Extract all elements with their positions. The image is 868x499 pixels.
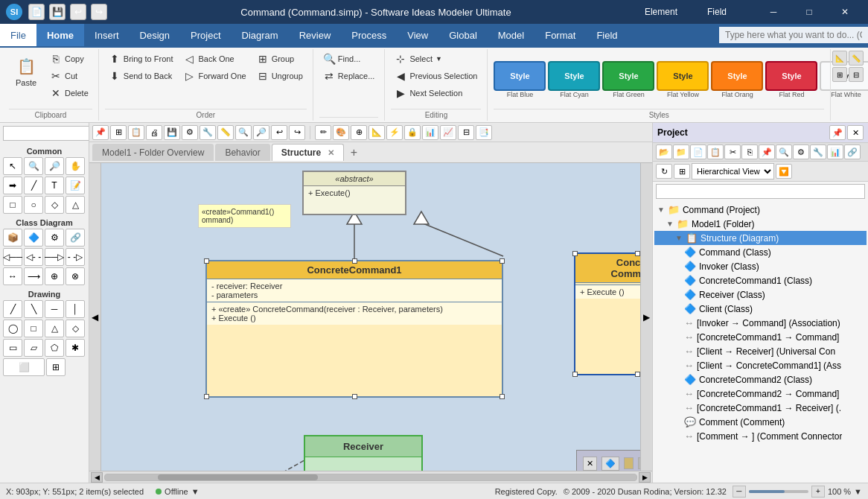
diag-tool-10[interactable]: 🔎 (253, 125, 269, 140)
diag-tool-19[interactable]: 📊 (422, 125, 438, 140)
copy-button[interactable]: ⎘ Copy (46, 51, 92, 67)
tree-structure-diagram[interactable]: ▼ 📋 Structure (Diagram) (654, 231, 867, 245)
offline-dropdown[interactable]: ▼ (191, 487, 200, 496)
class-concrete-command2[interactable]: ConcreteCommand2 + Execute () (574, 252, 640, 375)
style-flat-red[interactable]: Style (765, 61, 817, 91)
element-tab[interactable]: Element (645, 7, 677, 17)
minimize-button[interactable]: ─ (756, 0, 791, 24)
diag-tool-13[interactable]: ✏ (315, 125, 331, 140)
tree-receiver-class[interactable]: 🔷 Receiver (Class) (654, 287, 867, 302)
zoom-plus-btn[interactable]: + (811, 486, 825, 498)
ribbon-tool-4[interactable]: ⊟ (849, 67, 864, 82)
zoom-minus-btn[interactable]: ─ (733, 486, 746, 498)
panel-refresh-btn[interactable]: ↻ (656, 164, 672, 179)
tree-client-cc1-assoc[interactable]: ↔ [Client → ConcreteCommand1] (Ass (654, 358, 867, 372)
style-flat-yellow[interactable]: Style (657, 61, 709, 91)
diag-tool-2[interactable]: ⊞ (110, 125, 127, 140)
class-tool-1[interactable]: 📦 (3, 229, 22, 247)
panel-icon-8[interactable]: 🔍 (776, 144, 792, 159)
ungroup-button[interactable]: ⊟ Ungroup (253, 68, 307, 84)
draw-tool-6[interactable]: □ (24, 320, 43, 337)
scrollbar-thumb[interactable] (158, 474, 317, 480)
diag-tool-21[interactable]: ⊟ (458, 125, 474, 140)
menu-review[interactable]: Review (289, 24, 342, 46)
tree-invoker-command-assoc[interactable]: ↔ [Invoker → Command] (Association) (654, 316, 867, 330)
diag-tool-12[interactable]: ↪ (289, 125, 305, 140)
toolbar-search-input[interactable] (3, 126, 89, 141)
panel-icon-6[interactable]: ⎘ (741, 144, 758, 159)
tab-close-structure[interactable]: ✕ (328, 148, 334, 157)
tool-rect[interactable]: □ (3, 196, 22, 214)
draw-tool-11[interactable]: ⬠ (45, 339, 64, 357)
zoom-dropdown[interactable]: ▼ (854, 487, 862, 496)
abstract-class[interactable]: «abstract» + Execute() (302, 171, 406, 215)
field-popup-icon1[interactable]: 🔷 (601, 457, 619, 471)
draw-tool-3[interactable]: ─ (45, 300, 64, 318)
tree-command-class[interactable]: 🔷 Command (Class) (654, 245, 867, 259)
close-button[interactable]: ✕ (828, 0, 862, 24)
diagram-canvas[interactable]: «abstract» + Execute() «create»Command1(… (101, 163, 640, 471)
menu-process[interactable]: Process (341, 24, 397, 46)
tool-zoom-out[interactable]: 🔎 (45, 157, 64, 175)
handle-tr[interactable] (500, 258, 505, 264)
ribbon-tool-2[interactable]: 📏 (849, 51, 864, 66)
tool-line[interactable]: ╱ (24, 177, 43, 194)
undo-btn[interactable]: ↩ (70, 4, 86, 20)
panel-close-btn[interactable]: ✕ (847, 125, 864, 140)
panel-icon-7[interactable]: 📌 (759, 144, 775, 159)
delete-button[interactable]: ✕ Delete (46, 85, 92, 101)
diag-tool-15[interactable]: ⊕ (351, 125, 367, 140)
panel-icon-5[interactable]: ✂ (724, 144, 741, 159)
tree-comment[interactable]: 💬 Comment (Comment) (654, 415, 867, 429)
class-tool-6[interactable]: ◁- - (24, 248, 43, 266)
class-tool-7[interactable]: ──▷ (45, 248, 64, 266)
diag-tool-5[interactable]: 💾 (164, 125, 180, 140)
diag-tool-18[interactable]: 🔒 (404, 125, 421, 140)
draw-tool-10[interactable]: ▱ (24, 339, 43, 357)
tree-comment-connector[interactable]: ↔ [Comment → ] (Comment Connector (654, 429, 867, 443)
menu-home[interactable]: Home (36, 24, 84, 46)
maximize-button[interactable]: □ (792, 0, 826, 24)
field-color-2[interactable] (638, 457, 640, 469)
tool-arrow[interactable]: ➡ (3, 177, 22, 194)
handle-bm[interactable] (352, 394, 357, 399)
tab-behavior[interactable]: Behavior (215, 144, 269, 161)
tool-text[interactable]: T (45, 177, 64, 194)
draw-tool-13[interactable]: ⊞ (46, 358, 66, 376)
ribbon-tool-3[interactable]: ⊞ (832, 67, 847, 82)
field-color-1[interactable] (624, 457, 634, 469)
panel-expand-btn[interactable]: ⊞ (674, 164, 690, 179)
tree-model1-folder[interactable]: ▼ 📁 Model1 (Folder) (654, 217, 867, 231)
panel-icon-11[interactable]: 📊 (827, 144, 843, 159)
tool-diamond[interactable]: ◇ (45, 196, 64, 214)
tree-cc1-command-assoc[interactable]: ↔ [ConcreteCommand1 → Command] (654, 330, 867, 344)
draw-tool-7[interactable]: △ (45, 320, 64, 337)
scrollbar-left-btn[interactable]: ◀ (91, 472, 103, 483)
group-button[interactable]: ⊞ Group (253, 51, 307, 67)
panel-icon-1[interactable]: 📂 (656, 144, 672, 159)
scrollbar-right-btn[interactable]: ▶ (639, 472, 651, 483)
handle2-tm[interactable] (635, 251, 640, 256)
prev-selection-button[interactable]: ◀ Previous Selection (391, 68, 481, 84)
view-select[interactable]: Hierarchical View Flat View (692, 163, 774, 179)
panel-icon-2[interactable]: 📁 (673, 144, 689, 159)
class-tool-8[interactable]: - -▷ (66, 248, 85, 266)
canvas-scroll-right[interactable]: ▶ (640, 163, 652, 471)
draw-tool-2[interactable]: ╲ (24, 300, 43, 318)
bring-to-front-button[interactable]: ⬆ Bring to Front (105, 51, 177, 67)
panel-filter-btn[interactable]: 🔽 (776, 164, 792, 179)
diag-tool-6[interactable]: ⚙ (182, 125, 198, 140)
draw-tool-5[interactable]: ◯ (3, 320, 22, 337)
tool-note[interactable]: 📝 (66, 177, 85, 194)
toolbar-icon-2[interactable]: 💾 (49, 4, 66, 20)
scrollbar-track[interactable] (104, 474, 637, 481)
class-tool-10[interactable]: ⟶ (24, 267, 43, 285)
diag-tool-9[interactable]: 🔍 (235, 125, 252, 140)
draw-tool-8[interactable]: ◇ (66, 320, 85, 337)
ribbon-tool-1[interactable]: 📐 (832, 51, 847, 66)
panel-icon-3[interactable]: 📄 (690, 144, 706, 159)
select-button[interactable]: ⊹ Select ▼ (391, 51, 481, 67)
diag-tool-4[interactable]: 🖨 (146, 125, 162, 140)
global-search-input[interactable] (719, 27, 868, 43)
class-tool-12[interactable]: ⊗ (66, 267, 85, 285)
